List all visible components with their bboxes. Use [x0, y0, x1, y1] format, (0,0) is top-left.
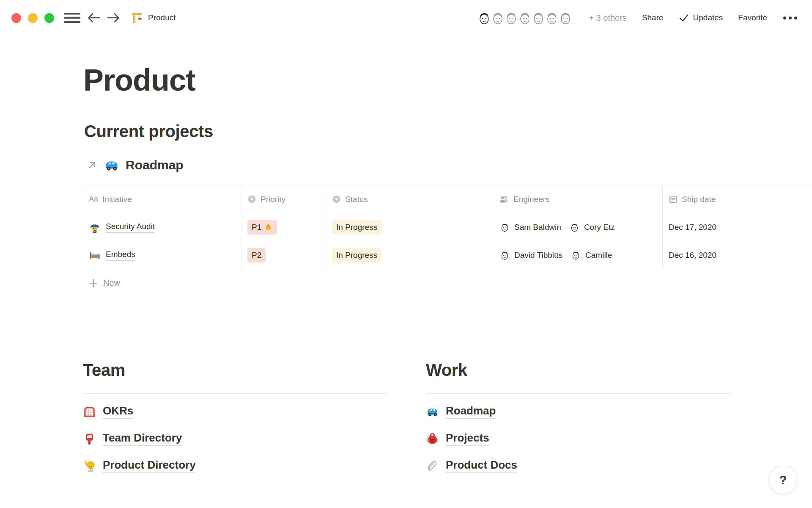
engineer-chip[interactable]: Camille	[570, 249, 612, 261]
table-row: Embeds P2 In Progress David Tibbitts Cam…	[83, 241, 812, 269]
minimize-window-button[interactable]	[28, 13, 38, 23]
priority-tag[interactable]: P1	[247, 220, 277, 235]
roadmap-database-title: Roadmap	[126, 158, 184, 172]
engineer-chip[interactable]: Sam Baldwin	[499, 221, 561, 233]
roadmap-table: Aa Initiative Priority Status Engineers …	[83, 185, 812, 297]
crane-icon	[130, 11, 143, 24]
collaborator-avatar	[557, 10, 573, 26]
column-header-initiative[interactable]: Aa Initiative	[83, 185, 241, 213]
team-section: Team OKRs Team Directory	[83, 361, 387, 479]
status-tag[interactable]: In Progress	[332, 220, 381, 235]
avatar	[569, 221, 580, 233]
table-new-row-button[interactable]: New	[83, 269, 812, 297]
page-link-roadmap[interactable]: Roadmap	[426, 398, 731, 425]
select-property-icon	[247, 195, 256, 204]
avatar	[499, 249, 510, 261]
backpack-emoji	[426, 432, 439, 445]
paperclips-emoji	[426, 459, 439, 472]
favorite-button[interactable]: Favorite	[738, 13, 767, 22]
divider	[426, 393, 731, 394]
breadcrumb[interactable]: Product	[130, 11, 176, 24]
bed-emoji	[89, 249, 101, 261]
topbar: Product + 3 others Share Updates Favorit…	[0, 0, 812, 36]
table-header-row: Aa Initiative Priority Status Engineers …	[83, 185, 812, 213]
ne-arrow-icon	[87, 160, 98, 171]
table-row: Security Audit P1 In Progress Sam Baldwi…	[83, 213, 812, 241]
page-link-okrs[interactable]: OKRs	[83, 398, 387, 425]
forward-arrow-icon[interactable]	[107, 12, 120, 23]
date-property-icon	[669, 195, 678, 204]
priority-tag[interactable]: P2	[247, 248, 266, 262]
work-heading: Work	[426, 361, 731, 380]
car-emoji	[104, 157, 119, 173]
window-controls	[11, 13, 54, 23]
question-mark-label: ?	[779, 473, 787, 487]
raising-hand-emoji	[83, 459, 96, 472]
initiative-page-link[interactable]: Embeds	[106, 250, 135, 261]
close-window-button[interactable]	[11, 13, 21, 23]
fire-emoji	[264, 223, 273, 232]
police-officer-emoji	[89, 221, 101, 233]
engineer-chip[interactable]: David Tibbitts	[499, 249, 562, 261]
ship-date-value[interactable]: Dec 17, 2020	[669, 223, 716, 232]
page-title: Product	[83, 63, 195, 97]
work-section: Work Roadmap Projects	[426, 361, 731, 479]
help-button[interactable]: ?	[769, 466, 797, 494]
avatar	[570, 249, 582, 261]
team-heading: Team	[83, 361, 387, 380]
car-emoji	[426, 405, 439, 418]
back-arrow-icon[interactable]	[87, 12, 101, 23]
ship-date-value[interactable]: Dec 16, 2020	[669, 251, 716, 260]
current-projects-heading: Current projects	[84, 122, 213, 141]
person-property-icon	[499, 195, 509, 204]
roadmap-database-link[interactable]: Roadmap	[87, 153, 184, 177]
sidebar-menu-icon[interactable]	[63, 11, 81, 24]
plus-icon	[89, 279, 98, 288]
other-collaborators-count[interactable]: + 3 others	[589, 13, 627, 23]
check-icon	[679, 13, 689, 22]
avatar	[499, 221, 510, 233]
updates-button[interactable]: Updates	[679, 13, 723, 22]
page-link-projects[interactable]: Projects	[426, 425, 731, 452]
topbar-page-title: Product	[148, 13, 176, 22]
engineer-chip[interactable]: Cory Etz	[569, 221, 615, 233]
status-tag[interactable]: In Progress	[332, 248, 381, 262]
column-header-priority[interactable]: Priority	[241, 185, 326, 213]
goal-net-emoji	[83, 405, 96, 418]
share-button[interactable]: Share	[642, 13, 664, 22]
divider	[83, 393, 387, 394]
initiative-page-link[interactable]: Security Audit	[106, 222, 155, 233]
page-link-team-directory[interactable]: Team Directory	[83, 425, 387, 452]
zoom-window-button[interactable]	[44, 13, 54, 23]
page-link-product-directory[interactable]: Product Directory	[83, 452, 387, 479]
more-options-icon[interactable]	[782, 14, 798, 22]
column-header-status[interactable]: Status	[326, 185, 493, 213]
postbox-emoji	[83, 432, 96, 445]
collaborator-avatars[interactable]	[476, 10, 573, 26]
select-property-icon	[332, 195, 341, 204]
title-property-icon: Aa	[89, 195, 98, 204]
page-link-product-docs[interactable]: Product Docs	[426, 452, 731, 479]
column-header-ship-date[interactable]: Ship date	[662, 185, 812, 213]
column-header-engineers[interactable]: Engineers	[493, 185, 662, 213]
